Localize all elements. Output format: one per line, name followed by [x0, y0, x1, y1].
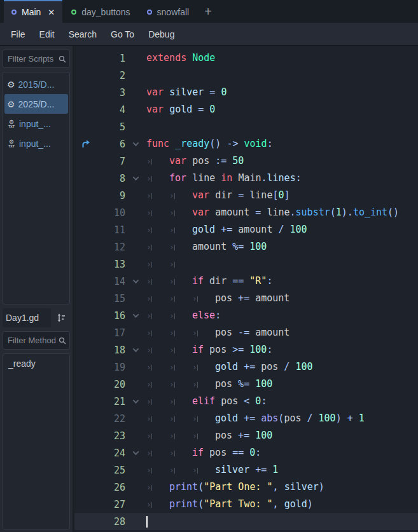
close-icon[interactable]: ✕ [48, 8, 55, 17]
line-number[interactable]: 17 [97, 327, 125, 339]
code-line[interactable]: 7›var pos := 50 [74, 153, 418, 170]
code-line[interactable]: 13›› [74, 256, 418, 273]
line-number[interactable]: 6 [97, 139, 125, 150]
tab-mark: › [146, 461, 169, 479]
code-line[interactable]: 24››if pos == 0: [74, 444, 418, 461]
token: := [209, 155, 232, 167]
code-line[interactable]: 5 [74, 118, 418, 135]
code-line[interactable]: 3var silver = 0 [74, 84, 418, 101]
code-line[interactable]: 6func _ready() -> void: [74, 135, 418, 153]
code-line[interactable]: 14››if dir == "R": [74, 273, 418, 290]
line-number[interactable]: 16 [97, 310, 125, 322]
script-item[interactable]: ⚙TXTinput_... [4, 114, 68, 133]
line-number[interactable]: 14 [97, 276, 125, 287]
methods-header: Day1.gd [3, 308, 70, 327]
line-number[interactable]: 20 [97, 379, 125, 390]
code-line[interactable]: 4var gold = 0 [74, 101, 418, 118]
code-line[interactable]: 23›››pos += 100 [74, 427, 418, 444]
code-line[interactable]: 15›››pos += amount [74, 290, 418, 307]
line-number[interactable]: 11 [97, 224, 125, 236]
code-line[interactable]: 9››var dir = line[0] [74, 187, 418, 204]
filter-methods-input[interactable] [6, 335, 57, 346]
code-line[interactable]: 26›print("Part One: ", silver) [74, 479, 418, 496]
scene-tab-snowfall[interactable]: snowfall [139, 0, 197, 23]
menu-search[interactable]: Search [62, 29, 104, 39]
line-number[interactable]: 13 [97, 259, 125, 270]
line-number[interactable]: 24 [97, 447, 125, 459]
text-caret [146, 516, 148, 528]
line-number[interactable]: 1 [97, 53, 125, 64]
scene-tab-day_buttons[interactable]: day_buttons [64, 0, 137, 23]
line-number[interactable]: 10 [97, 207, 125, 219]
fold-chevron-icon[interactable] [125, 399, 146, 404]
code-line[interactable]: 25›››silver += 1 [74, 461, 418, 479]
method-item[interactable]: _ready [4, 356, 68, 371]
line-number[interactable]: 18 [97, 344, 125, 356]
line-number[interactable]: 26 [97, 482, 125, 493]
line-number[interactable]: 9 [97, 190, 125, 201]
code-line[interactable]: 21››elif pos < 0: [74, 393, 418, 410]
code-line[interactable]: 1extends Node [74, 50, 418, 67]
code-line[interactable]: 11››gold += amount / 100 [74, 221, 418, 238]
token: pos [215, 292, 232, 304]
line-number[interactable]: 25 [97, 465, 125, 476]
tab-mark: › [192, 324, 215, 341]
code-line[interactable]: 10››var amount = line.substr(1).to_int() [74, 204, 418, 221]
line-number[interactable]: 27 [97, 499, 125, 510]
override-arrow-icon[interactable] [74, 139, 97, 149]
code-line[interactable]: 8›for line in Main.lines: [74, 170, 418, 187]
code-line[interactable]: 28 [74, 513, 418, 530]
tab-mark: › [192, 376, 215, 393]
add-scene-tab-button[interactable]: + [198, 0, 218, 23]
token: . [347, 207, 353, 218]
token: 100 [255, 430, 272, 441]
line-number[interactable]: 8 [97, 173, 125, 184]
menu-go-to[interactable]: Go To [104, 29, 141, 39]
script-item[interactable]: ⚙2015/D... [4, 74, 68, 94]
menu-debug[interactable]: Debug [141, 29, 181, 39]
tab-mark: › [146, 153, 169, 170]
filter-scripts-input[interactable] [6, 53, 57, 64]
code-line[interactable]: 22›››gold += abs(pos / 100) + 1 [74, 410, 418, 427]
fold-chevron-icon[interactable] [125, 348, 146, 352]
code-line[interactable]: 27›print("Part Two: ", gold) [74, 496, 418, 513]
code-line[interactable]: 20›››pos %= 100 [74, 376, 418, 393]
fold-chevron-icon[interactable] [125, 279, 146, 283]
code-line[interactable]: 2 [74, 67, 418, 84]
code-text: ››var amount = line.substr(1).to_int() [146, 204, 399, 221]
script-item[interactable]: ⚙TXTinput_... [4, 133, 68, 153]
line-number[interactable]: 21 [97, 396, 125, 407]
scene-tab-Main[interactable]: Main✕ [4, 0, 62, 23]
fold-chevron-icon[interactable] [125, 176, 146, 181]
line-number[interactable]: 3 [97, 87, 125, 99]
line-number[interactable]: 19 [97, 362, 125, 373]
token: if [192, 275, 209, 287]
token: pos [215, 378, 232, 390]
tab-mark: › [146, 238, 169, 256]
textfile-icon: ⚙TXT [7, 119, 16, 128]
line-number[interactable]: 23 [97, 430, 125, 442]
line-number[interactable]: 22 [97, 413, 125, 425]
line-number[interactable]: 15 [97, 293, 125, 304]
sort-methods-button[interactable] [52, 308, 70, 327]
code-editor[interactable]: 1extends Node23var silver = 04var gold =… [74, 46, 418, 532]
code-line[interactable]: 18››if pos >= 100: [74, 341, 418, 358]
fold-chevron-icon[interactable] [125, 142, 146, 146]
code-line[interactable]: 12››amount %= 100 [74, 238, 418, 256]
line-number[interactable]: 28 [97, 516, 125, 528]
code-line[interactable]: 16››else: [74, 307, 418, 324]
fold-chevron-icon[interactable] [125, 313, 146, 318]
code-line[interactable]: 19›››gold += pos / 100 [74, 358, 418, 376]
line-number[interactable]: 7 [97, 156, 125, 167]
script-item[interactable]: ⚙2025/D... [4, 94, 68, 114]
fold-chevron-icon[interactable] [125, 451, 146, 455]
menu-edit[interactable]: Edit [32, 29, 62, 39]
token: pos [215, 327, 232, 338]
line-number[interactable]: 2 [97, 70, 125, 81]
line-number[interactable]: 4 [97, 104, 125, 116]
line-number[interactable]: 12 [97, 242, 125, 253]
token: func [146, 138, 175, 149]
line-number[interactable]: 5 [97, 121, 125, 133]
code-line[interactable]: 17›››pos -= amount [74, 324, 418, 341]
menu-file[interactable]: File [4, 29, 32, 39]
